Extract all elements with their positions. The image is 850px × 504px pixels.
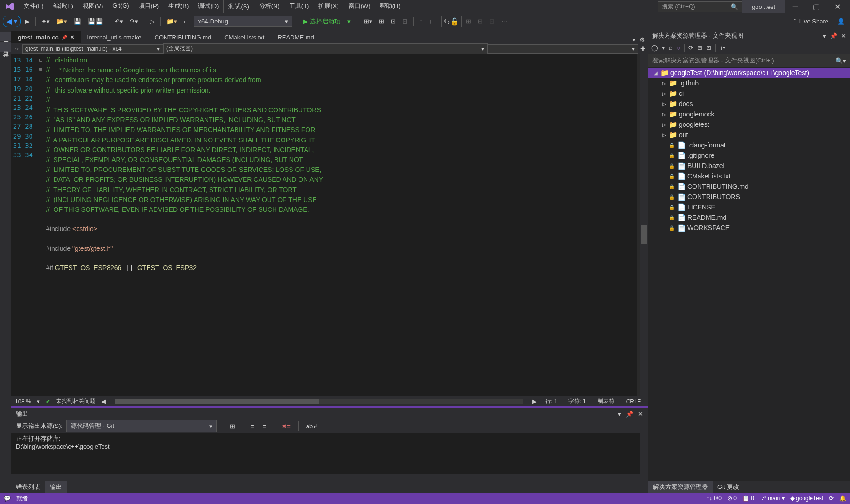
se-dropdown-button[interactable]: ▾ — [823, 32, 826, 39]
side-tab-1[interactable]: 工具箱 — [0, 42, 11, 52]
hscroll-right-button[interactable]: ▶ — [532, 398, 537, 405]
fold-gutter[interactable]: ⊟ ⊟ — [39, 54, 46, 396]
issues-text[interactable]: 未找到相关问题 — [56, 397, 95, 405]
tb-b-button[interactable]: ⊟ — [475, 16, 485, 26]
tree-row[interactable]: ▷📁docs — [648, 99, 850, 109]
tree-row[interactable]: 🔒📄CMakeLists.txt — [648, 171, 850, 181]
editor-hscrollbar[interactable] — [115, 399, 523, 404]
output-close-button[interactable]: ✕ — [638, 411, 643, 418]
tree-row[interactable]: ▷📁googletest — [648, 119, 850, 130]
tree-row[interactable]: 🔒📄README.md — [648, 212, 850, 223]
menu-4[interactable]: 项目(P) — [134, 0, 164, 13]
search-box[interactable]: 搜索 (Ctrl+Q) 🔍 — [658, 1, 742, 12]
out-tab-0[interactable]: 错误列表 — [11, 481, 45, 493]
nav-member2-dropdown[interactable]: ▾ — [488, 44, 638, 54]
tb-ext3-button[interactable]: ⊡ — [388, 16, 398, 26]
line-ending[interactable]: CRLF — [623, 398, 644, 405]
tb-ext2-button[interactable]: ⊞ — [377, 16, 386, 26]
menu-8[interactable]: 分析(N) — [254, 0, 284, 13]
tab-4[interactable]: README.md — [271, 31, 320, 43]
tb-more-button[interactable]: ⋯ — [499, 16, 510, 26]
repo-indicator[interactable]: ◆ googleTest — [790, 495, 823, 502]
code-content[interactable]: // distribution. // * Neither the name o… — [46, 54, 648, 396]
output-pin-button[interactable]: 📌 — [626, 411, 633, 418]
nav-member-dropdown[interactable]: (全局范围)▾ — [163, 43, 488, 54]
output-text[interactable]: 正在打开存储库: D:\bing\workspace\c++\googleTes… — [11, 433, 648, 474]
tab-3[interactable]: CMakeLists.txt — [218, 31, 271, 43]
tree-row[interactable]: 🔒📄WORKSPACE — [648, 223, 850, 233]
menu-7[interactable]: 测试(S) — [223, 0, 254, 13]
tb-c-button[interactable]: ⊡ — [487, 16, 497, 26]
menu-3[interactable]: Git(G) — [108, 0, 134, 13]
tree-row[interactable]: ▷📁googlemock — [648, 109, 850, 119]
save-button[interactable]: 💾 — [71, 16, 84, 26]
caret-icon[interactable]: ▷ — [661, 101, 667, 107]
caret-icon[interactable]: ▷ — [661, 122, 667, 127]
tree-row[interactable]: 🔒📄BUILD.bazel — [648, 161, 850, 171]
tb-ext1-button[interactable]: ⊞▾ — [362, 16, 375, 26]
tree-row[interactable]: ▷📁ci — [648, 88, 850, 99]
output-dropdown-button[interactable]: ▾ — [618, 411, 621, 418]
tab-1[interactable]: internal_utils.cmake — [81, 31, 148, 43]
cursor-line[interactable]: 行: 1 — [543, 397, 560, 405]
menu-10[interactable]: 扩展(X) — [314, 0, 343, 13]
tree-row[interactable]: 🔒📄.gitignore — [648, 150, 850, 161]
code-editor[interactable]: 13 14 15 16 17 18 19 20 21 22 23 24 25 2… — [11, 54, 648, 396]
tab-2[interactable]: CONTRIBUTING.md — [148, 31, 218, 43]
tree-row[interactable]: ▷📁.github — [648, 78, 850, 88]
status-warn[interactable]: ⊘ 0 — [727, 495, 737, 502]
out-tool2-button[interactable]: ≡ — [248, 421, 257, 431]
undo-button[interactable]: ↶▾ — [112, 16, 126, 26]
se-collapse-button[interactable]: ⊟ — [697, 44, 702, 51]
menu-1[interactable]: 编辑(E) — [48, 0, 78, 13]
hscroll-left-button[interactable]: ◀ — [101, 398, 106, 405]
close-icon[interactable]: ✕ — [70, 34, 74, 40]
live-share-button[interactable]: ⤴ Live Share — [788, 18, 833, 25]
caret-icon[interactable]: ▷ — [661, 132, 667, 138]
window-button[interactable]: ▭ — [181, 16, 192, 26]
close-button[interactable]: ✕ — [827, 0, 848, 13]
rp-tab-0[interactable]: 解决方案资源管理器 — [648, 481, 713, 493]
tree-row[interactable]: ◢📁googleTest (D:\bing\workspace\c++\goog… — [648, 68, 850, 78]
tb-group1-button[interactable]: ⇆🔒 — [441, 16, 462, 27]
output-source-dropdown[interactable]: 源代码管理 - Git▾ — [66, 420, 217, 432]
tb-up-button[interactable]: ↑ — [417, 16, 425, 26]
tabs-settings-button[interactable]: ⚙ — [639, 36, 645, 43]
tb-ext4-button[interactable]: ⊡ — [400, 16, 410, 26]
minimize-button[interactable]: ─ — [785, 0, 806, 13]
step-button[interactable]: ▷ — [148, 16, 157, 26]
nav-split-button[interactable]: ✚ — [638, 44, 648, 54]
se-close-button[interactable]: ✕ — [841, 32, 846, 39]
cursor-char[interactable]: 字符: 1 — [566, 397, 589, 405]
out-clear-button[interactable]: ✖≡ — [279, 421, 293, 431]
status-info[interactable]: 📋 0 — [742, 495, 754, 502]
zoom-level[interactable]: 108 % — [15, 398, 31, 405]
out-tab-1[interactable]: 输出 — [45, 481, 67, 493]
caret-icon[interactable]: ▷ — [661, 91, 667, 96]
output-hscrollbar[interactable] — [11, 474, 648, 481]
run-button[interactable]: ▶ 选择启动项... ▾ — [299, 16, 354, 27]
open-button[interactable]: 📂▾ — [54, 16, 70, 26]
menu-0[interactable]: 文件(F) — [19, 0, 48, 13]
out-wrap-button[interactable]: ab↲ — [304, 421, 320, 431]
sync-icon[interactable]: ⟳ — [829, 495, 834, 502]
solution-tree[interactable]: ◢📁googleTest (D:\bing\workspace\c++\goog… — [648, 67, 850, 481]
minimap[interactable] — [637, 54, 640, 396]
tabs-dropdown-button[interactable]: ▾ — [632, 36, 636, 43]
tree-row[interactable]: 🔒📄CONTRIBUTING.md — [648, 181, 850, 192]
pin-icon[interactable]: 📌 — [62, 35, 67, 40]
se-back-button[interactable]: ◯ — [651, 44, 658, 51]
tree-row[interactable]: 🔒📄.clang-format — [648, 140, 850, 150]
nav-forward-button[interactable]: ▶ — [23, 16, 32, 26]
out-tool1-button[interactable]: ⊞ — [228, 421, 237, 431]
out-tool3-button[interactable]: ≡ — [260, 421, 269, 431]
nav-scope-dropdown[interactable]: gtest_main.lib (lib\gtest_main.lib) - x6… — [22, 44, 163, 54]
side-tab-0[interactable]: 服务器资源管理器 — [0, 32, 11, 41]
menu-5[interactable]: 生成(B) — [164, 0, 193, 13]
caret-icon[interactable]: ◢ — [653, 70, 659, 76]
menu-9[interactable]: 工具(T) — [284, 0, 314, 13]
output-vscrollbar[interactable] — [640, 433, 648, 474]
caret-icon[interactable]: ▷ — [661, 81, 667, 86]
menu-2[interactable]: 视图(V) — [78, 0, 108, 13]
caret-icon[interactable]: ▷ — [661, 112, 667, 117]
